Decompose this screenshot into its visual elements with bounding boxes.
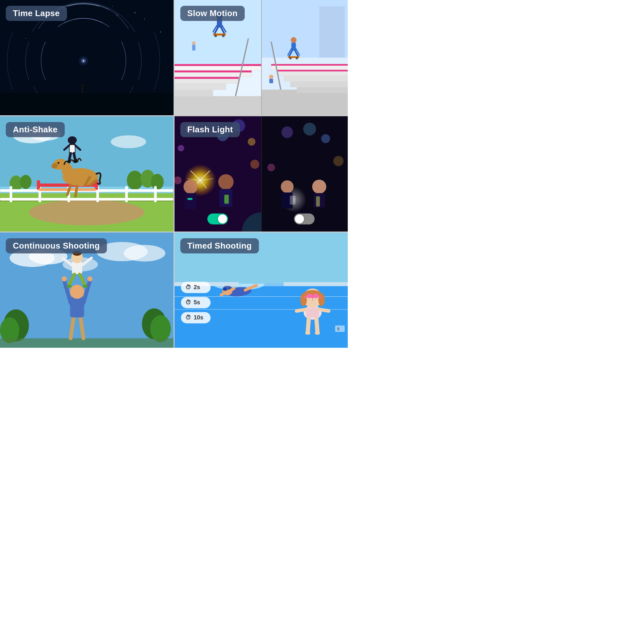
toggle-off-wrap (294, 213, 315, 224)
svg-rect-80 (154, 186, 157, 202)
svg-point-3 (112, 6, 113, 6)
svg-point-157 (87, 276, 92, 281)
svg-point-10 (79, 56, 88, 66)
svg-point-134 (312, 180, 326, 194)
svg-point-89 (58, 162, 60, 164)
timer-2s[interactable]: ⏱ 2s (181, 282, 211, 293)
svg-point-4 (144, 19, 145, 19)
svg-rect-158 (72, 261, 82, 274)
flashlight-label: Flash Light (180, 122, 240, 137)
svg-point-64 (111, 135, 146, 148)
svg-point-35 (192, 41, 195, 45)
svg-point-156 (62, 276, 67, 281)
toggles-area (175, 213, 348, 224)
toggle-on-wrap (207, 213, 228, 224)
svg-rect-136 (290, 196, 296, 205)
cell-continuous: Continuous Shooting (0, 232, 174, 348)
svg-line-206 (319, 309, 328, 311)
svg-rect-137 (316, 196, 320, 207)
svg-rect-198 (312, 296, 313, 300)
timer-icon-10s: ⏱ (185, 314, 191, 321)
svg-rect-79 (125, 186, 128, 202)
svg-point-34 (222, 34, 224, 37)
svg-point-167 (82, 285, 88, 288)
svg-point-203 (305, 332, 310, 335)
toggle-off-knob (295, 214, 304, 223)
timer-5s[interactable]: ⏱ 5s (181, 297, 211, 308)
svg-point-166 (66, 285, 71, 288)
svg-point-152 (70, 285, 84, 299)
svg-point-146 (150, 315, 171, 342)
svg-point-120 (218, 174, 233, 190)
svg-rect-48 (319, 6, 345, 58)
svg-point-6 (25, 38, 26, 39)
svg-point-101 (67, 160, 71, 163)
svg-point-102 (73, 160, 77, 163)
svg-point-197 (313, 294, 318, 298)
svg-point-194 (300, 293, 307, 306)
svg-rect-50 (291, 43, 296, 51)
svg-rect-39 (262, 90, 348, 115)
svg-point-130 (303, 123, 316, 136)
svg-line-91 (75, 186, 77, 196)
svg-point-58 (269, 75, 273, 79)
feature-grid: Time Lapse (0, 0, 348, 348)
svg-rect-45 (271, 64, 348, 66)
svg-line-205 (296, 309, 306, 311)
svg-point-181 (223, 288, 226, 291)
svg-rect-44 (297, 87, 348, 93)
svg-line-202 (316, 319, 317, 332)
svg-rect-148 (0, 338, 174, 348)
svg-point-65 (127, 171, 143, 190)
svg-rect-84 (39, 188, 97, 191)
svg-rect-19 (175, 83, 226, 90)
timer-10s-label: 10s (194, 314, 204, 321)
svg-point-126 (281, 127, 293, 138)
timer-10s[interactable]: ⏱ 10s (181, 312, 211, 323)
svg-point-109 (250, 160, 259, 169)
svg-point-13 (81, 84, 84, 87)
svg-rect-42 (284, 76, 348, 81)
svg-line-99 (69, 153, 71, 161)
antishake-label: Anti-Shake (6, 122, 65, 137)
svg-point-195 (318, 293, 325, 306)
svg-rect-21 (175, 96, 261, 115)
svg-point-57 (296, 57, 298, 60)
svg-rect-186 (284, 282, 348, 286)
svg-rect-191 (306, 308, 319, 317)
timer-2s-label: 2s (194, 284, 200, 291)
svg-rect-43 (290, 81, 348, 87)
toggle-on-knob (218, 214, 227, 223)
timer-options: ⏱ 2s ⏱ 5s ⏱ 10s (181, 282, 211, 323)
svg-text:5: 5 (337, 327, 339, 331)
svg-rect-188 (335, 326, 345, 332)
timed-label: Timed Shooting (180, 238, 259, 253)
svg-rect-123 (187, 198, 192, 200)
svg-rect-151 (70, 297, 84, 317)
svg-rect-59 (269, 79, 273, 83)
svg-point-204 (315, 332, 320, 335)
svg-point-129 (267, 164, 275, 171)
svg-point-128 (333, 156, 344, 166)
svg-rect-22 (175, 64, 261, 66)
svg-point-118 (183, 180, 197, 194)
toggle-off[interactable] (294, 213, 315, 224)
timer-5s-label: 5s (194, 299, 200, 306)
slowmotion-label: Slow Motion (180, 6, 245, 21)
svg-rect-75 (10, 186, 12, 202)
svg-point-94 (68, 136, 77, 144)
svg-point-106 (248, 138, 255, 146)
svg-point-33 (214, 34, 217, 37)
timelapse-label: Time Lapse (6, 6, 67, 21)
svg-point-7 (135, 12, 136, 13)
timer-icon-5s: ⏱ (185, 299, 191, 306)
svg-point-49 (291, 37, 297, 43)
cell-antishake: Anti-Shake (0, 116, 174, 232)
svg-rect-119 (185, 193, 196, 209)
cell-flashlight: Flash Light (175, 116, 348, 232)
svg-point-127 (321, 134, 330, 143)
svg-rect-12 (81, 87, 83, 94)
svg-point-132 (281, 180, 294, 193)
svg-rect-20 (175, 90, 213, 96)
toggle-on[interactable] (207, 213, 228, 224)
